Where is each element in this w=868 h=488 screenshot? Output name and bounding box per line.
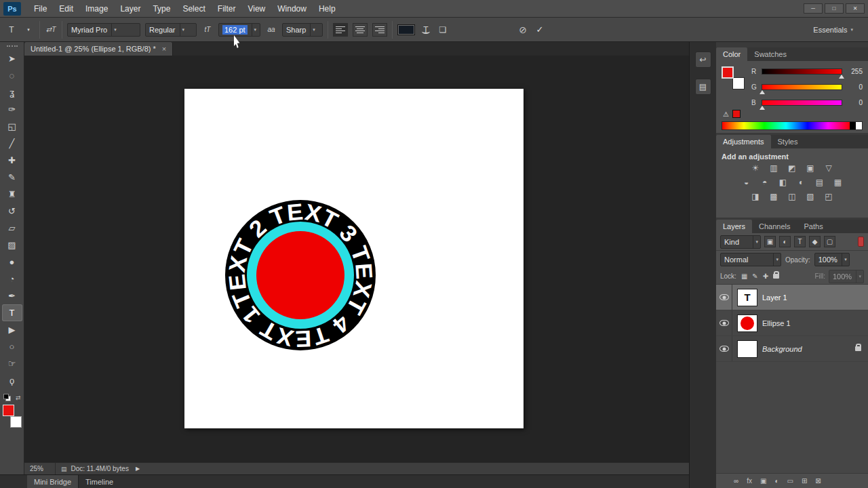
layer-name[interactable]: Ellipse 1 <box>762 319 791 327</box>
chevron-down-icon[interactable]: ▾ <box>252 24 259 36</box>
eraser-tool[interactable]: ▱ <box>2 220 22 237</box>
blur-tool[interactable]: ● <box>2 253 22 270</box>
white-ramp-swatch[interactable] <box>856 122 862 129</box>
filter-shape-layers-icon[interactable]: ◆ <box>809 236 821 247</box>
properties-panel-icon[interactable]: ▤ <box>695 79 711 95</box>
tab-channels[interactable]: Channels <box>752 220 797 233</box>
minimize-button[interactable]: ─ <box>804 3 823 14</box>
blue-channel-value[interactable]: 0 <box>846 99 863 106</box>
channel-mixer-icon[interactable]: ▤ <box>814 178 825 187</box>
zoom-tool[interactable]: ϙ <box>2 372 22 389</box>
tool-preset-icon[interactable]: T <box>5 25 18 35</box>
history-panel-icon[interactable]: ↩ <box>695 52 711 68</box>
move-tool[interactable]: ➤ <box>2 50 22 67</box>
font-size-value[interactable]: 162 pt <box>222 25 248 35</box>
history-brush-tool[interactable]: ↺ <box>2 203 22 220</box>
chevron-down-icon[interactable]: ▾ <box>856 270 863 283</box>
dodge-tool[interactable]: ◔ <box>2 270 22 287</box>
healing-brush-tool[interactable]: ✚ <box>2 152 22 169</box>
align-left-button[interactable] <box>333 23 348 37</box>
status-options-arrow-icon[interactable]: ▶ <box>136 466 140 472</box>
background-layer-thumbnail[interactable] <box>737 340 757 358</box>
crop-tool[interactable]: ◱ <box>2 118 22 135</box>
fill-select[interactable]: 100% ▾ <box>829 270 864 283</box>
mini-bridge-tab[interactable]: Mini Bridge <box>27 475 79 488</box>
maximize-button[interactable]: □ <box>825 3 844 14</box>
eyedropper-tool[interactable]: ╱ <box>2 135 22 152</box>
curves-icon[interactable]: ◩ <box>787 163 797 173</box>
shape-layer-thumbnail[interactable] <box>737 314 757 332</box>
layer-row-layer-1[interactable]: T Layer 1 <box>716 285 868 310</box>
menu-edit[interactable]: Edit <box>53 0 79 18</box>
clone-stamp-tool[interactable]: ♜ <box>2 186 22 203</box>
posterize-icon[interactable]: ▩ <box>768 192 779 201</box>
menu-view[interactable]: View <box>241 0 271 18</box>
new-layer-icon[interactable]: ⊞ <box>802 477 807 485</box>
color-lookup-icon[interactable]: ▦ <box>833 178 844 187</box>
filter-type-layers-icon[interactable]: T <box>794 236 806 247</box>
visibility-toggle[interactable] <box>716 285 732 310</box>
lock-all-icon[interactable] <box>773 274 779 279</box>
new-adjustment-layer-icon[interactable]: ◐ <box>774 477 778 485</box>
layer-row-ellipse-1[interactable]: Ellipse 1 <box>716 310 868 336</box>
black-white-icon[interactable]: ◧ <box>778 178 789 187</box>
tab-close-icon[interactable]: × <box>162 45 166 53</box>
canvas-area[interactable]: TEXT 2 TEXT 3 TEXT 4 TEXT 1 <box>24 56 689 462</box>
close-button[interactable]: ✕ <box>846 3 865 14</box>
warp-text-icon[interactable]: T <box>420 25 432 35</box>
menu-image[interactable]: Image <box>79 0 114 18</box>
blue-channel-slider[interactable] <box>762 100 842 106</box>
default-colors-icon[interactable] <box>3 394 11 401</box>
spectrum-gradient[interactable] <box>722 122 850 129</box>
panel-foreground-swatch[interactable] <box>722 66 734 79</box>
chevron-down-icon[interactable]: ▾ <box>753 236 760 248</box>
tab-styles[interactable]: Styles <box>771 135 805 148</box>
text-orientation-icon[interactable]: ⇄T <box>45 26 57 33</box>
lock-paint-icon[interactable]: ✎ <box>752 272 757 280</box>
menu-help[interactable]: Help <box>313 0 342 18</box>
workspace-switcher[interactable]: Essentials ▾ <box>813 26 853 34</box>
levels-icon[interactable]: ▥ <box>768 163 779 173</box>
slider-marker-icon[interactable] <box>760 106 765 110</box>
timeline-tab[interactable]: Timeline <box>79 475 120 488</box>
gradient-tool[interactable]: ▨ <box>2 237 22 253</box>
chevron-down-icon[interactable]: ▾ <box>773 253 781 266</box>
background-color-swatch[interactable] <box>10 416 22 428</box>
toolbar-grip[interactable] <box>7 45 18 48</box>
path-selection-tool[interactable]: ▶ <box>2 321 22 338</box>
hand-tool[interactable]: ☞ <box>2 355 22 372</box>
align-right-button[interactable] <box>372 23 387 37</box>
threshold-icon[interactable]: ◫ <box>787 192 797 201</box>
filter-smart-objects-icon[interactable]: ▢ <box>824 236 835 247</box>
chevron-down-icon[interactable]: ▾ <box>842 253 849 266</box>
red-channel-value[interactable]: 255 <box>846 68 863 75</box>
layer-name[interactable]: Background <box>762 345 802 353</box>
document-tab[interactable]: Untitled-1 @ 25% (Ellipse 1, RGB/8) * × <box>24 42 173 56</box>
menu-select[interactable]: Select <box>176 0 211 18</box>
black-ramp-swatch[interactable] <box>850 122 856 129</box>
green-channel-value[interactable]: 0 <box>846 83 863 91</box>
red-channel-slider[interactable] <box>762 68 842 75</box>
align-center-button[interactable] <box>353 23 368 37</box>
layer-effects-icon[interactable]: fx <box>747 477 752 485</box>
lasso-tool[interactable]: ʓ <box>2 84 22 101</box>
pen-tool[interactable]: ✒ <box>2 287 22 304</box>
color-balance-icon[interactable]: ◓ <box>760 178 770 187</box>
tab-swatches[interactable]: Swatches <box>747 47 793 61</box>
layer-name[interactable]: Layer 1 <box>762 293 787 302</box>
menu-type[interactable]: Type <box>146 0 176 18</box>
canvas-page[interactable]: TEXT 2 TEXT 3 TEXT 4 TEXT 1 <box>184 89 524 428</box>
toggle-panels-icon[interactable]: ❏ <box>437 25 449 35</box>
zoom-level-field[interactable]: 25% <box>24 463 56 474</box>
text-layer-thumbnail[interactable]: T <box>737 289 757 306</box>
tab-color[interactable]: Color <box>716 47 747 61</box>
foreground-color-swatch[interactable] <box>3 405 14 416</box>
chevron-down-icon[interactable]: ▾ <box>111 24 119 36</box>
tab-layers[interactable]: Layers <box>716 220 752 233</box>
circular-badge-artwork[interactable]: TEXT 2 TEXT 3 TEXT 4 TEXT 1 <box>222 197 378 353</box>
type-tool[interactable]: T <box>2 304 22 321</box>
vibrance-icon[interactable]: ▽ <box>823 163 834 173</box>
hue-saturation-icon[interactable]: ◒ <box>741 178 752 187</box>
tab-paths[interactable]: Paths <box>797 220 830 233</box>
ellipse-tool[interactable]: ○ <box>2 338 22 355</box>
